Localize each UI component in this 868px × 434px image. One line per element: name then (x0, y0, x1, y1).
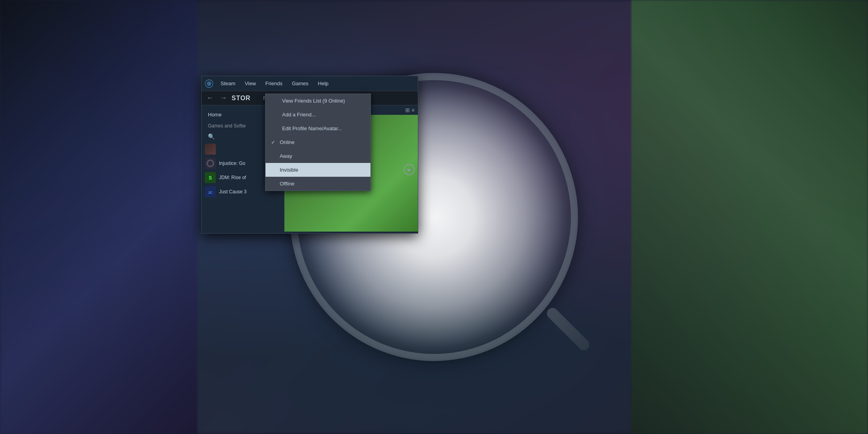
menu-item-help[interactable]: Help (314, 79, 333, 88)
game-icon-unknown (205, 144, 216, 155)
steam-logo-icon (205, 79, 213, 88)
play-button[interactable]: ▶ (404, 164, 415, 175)
dropdown-item-offline[interactable]: Offline (266, 177, 370, 191)
game-icon-injustice (205, 158, 216, 169)
game-name-injustice: Injustice: Go (219, 161, 245, 166)
svg-point-5 (208, 161, 213, 166)
menu-item-friends[interactable]: Friends (262, 79, 286, 88)
svg-point-2 (208, 82, 210, 84)
list-icon[interactable]: ≡ (412, 107, 415, 113)
online-check-icon: ✓ (271, 139, 277, 145)
dropdown-item-add-friend[interactable]: Add a Friend... (266, 108, 370, 122)
dropdown-label-view-friends: View Friends List (9 Online) (282, 98, 345, 104)
dropdown-item-invisible[interactable]: Invisible (266, 163, 370, 177)
game-icon-justcause: JC (205, 186, 216, 197)
menu-item-steam[interactable]: Steam (217, 79, 239, 88)
game-name-justcause: Just Cause 3 (219, 189, 247, 195)
background-art-right (631, 0, 868, 434)
friends-dropdown-menu: View Friends List (9 Online) Add a Frien… (265, 94, 371, 191)
search-icon: 🔍 (208, 133, 215, 140)
dropdown-item-edit-profile[interactable]: Edit Profile Name/Avatar... (266, 122, 370, 135)
dropdown-item-view-friends[interactable]: View Friends List (9 Online) (266, 94, 370, 108)
game-name-jdm: JDM: Rise of (219, 175, 246, 180)
grid-icon[interactable]: ⊞ (405, 107, 410, 113)
forward-button[interactable]: → (218, 93, 228, 103)
dropdown-label-invisible: Invisible (280, 167, 298, 173)
dropdown-label-edit-profile: Edit Profile Name/Avatar... (282, 125, 342, 131)
store-label: STOR (232, 95, 251, 102)
dropdown-item-online[interactable]: ✓ Online (266, 135, 370, 149)
game-icon-jdm: S (205, 172, 216, 183)
svg-text:JC: JC (208, 191, 213, 195)
background-art-left (0, 0, 197, 434)
dropdown-label-away: Away (280, 153, 292, 159)
dropdown-label-offline: Offline (280, 181, 294, 187)
dropdown-item-away[interactable]: Away (266, 149, 370, 163)
dropdown-label-add-friend: Add a Friend... (282, 112, 316, 118)
svg-text:S: S (209, 175, 212, 181)
menu-bar: Steam View Friends Games Help (202, 76, 418, 91)
menu-item-view[interactable]: View (241, 79, 260, 88)
back-button[interactable]: ← (205, 93, 215, 103)
menu-item-games[interactable]: Games (288, 79, 312, 88)
dropdown-label-online: Online (280, 139, 295, 145)
